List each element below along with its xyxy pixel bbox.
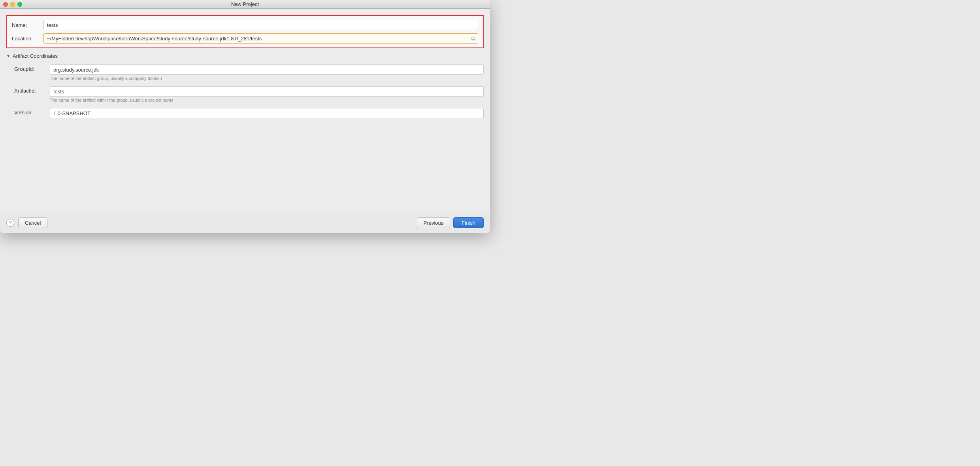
artifact-id-label: ArtifactId: — [14, 86, 50, 94]
version-input-wrapper — [50, 108, 484, 118]
group-id-input-wrapper: The name of the artifact group, usually … — [50, 64, 484, 85]
location-label: Location: — [12, 36, 43, 42]
maximize-button[interactable] — [17, 2, 22, 7]
close-button[interactable] — [3, 2, 8, 7]
group-id-input[interactable] — [50, 64, 484, 75]
artifact-id-hint: The name of the artifact within the grou… — [50, 98, 484, 102]
name-row: Name: — [12, 20, 478, 30]
version-row: Version: — [14, 108, 484, 118]
window-title: New Project — [231, 1, 259, 7]
name-input[interactable] — [43, 20, 478, 30]
name-location-section: Name: Location: 🗂 — [6, 15, 484, 48]
artifact-coordinates-title: Artifact Coordinates — [13, 53, 58, 59]
group-id-hint: The name of the artifact group, usually … — [50, 76, 484, 81]
main-content: Name: Location: 🗂 ▼ Artifact Coordinates… — [0, 9, 490, 212]
finish-button[interactable]: Finish — [453, 217, 484, 228]
bottom-right: Previous Finish — [417, 217, 484, 228]
location-wrapper: 🗂 — [43, 33, 478, 44]
artifact-id-input[interactable] — [50, 86, 484, 97]
artifact-form: GroupId: The name of the artifact group,… — [6, 64, 484, 118]
bottom-left: ? Cancel — [6, 217, 47, 228]
group-id-row: GroupId: The name of the artifact group,… — [14, 64, 484, 85]
window-controls — [3, 2, 22, 7]
version-label: Version: — [14, 108, 50, 116]
group-id-label: GroupId: — [14, 64, 50, 72]
bottom-bar: ? Cancel Previous Finish — [0, 212, 490, 233]
folder-icon[interactable]: 🗂 — [470, 35, 476, 42]
artifact-id-input-wrapper: The name of the artifact within the grou… — [50, 86, 484, 106]
help-button[interactable]: ? — [6, 219, 14, 227]
artifact-coordinates-header[interactable]: ▼ Artifact Coordinates — [6, 53, 484, 59]
version-input[interactable] — [50, 108, 484, 118]
name-label: Name: — [12, 22, 43, 28]
location-input[interactable] — [43, 33, 478, 44]
minimize-button[interactable] — [10, 2, 15, 7]
artifact-coordinates-section: ▼ Artifact Coordinates GroupId: The name… — [6, 53, 484, 120]
previous-button[interactable]: Previous — [417, 217, 450, 228]
chevron-down-icon: ▼ — [6, 54, 10, 58]
section-divider — [62, 56, 484, 56]
location-row: Location: 🗂 — [12, 33, 478, 44]
artifact-id-row: ArtifactId: The name of the artifact wit… — [14, 86, 484, 106]
title-bar: New Project — [0, 0, 490, 9]
cancel-button[interactable]: Cancel — [18, 217, 47, 228]
